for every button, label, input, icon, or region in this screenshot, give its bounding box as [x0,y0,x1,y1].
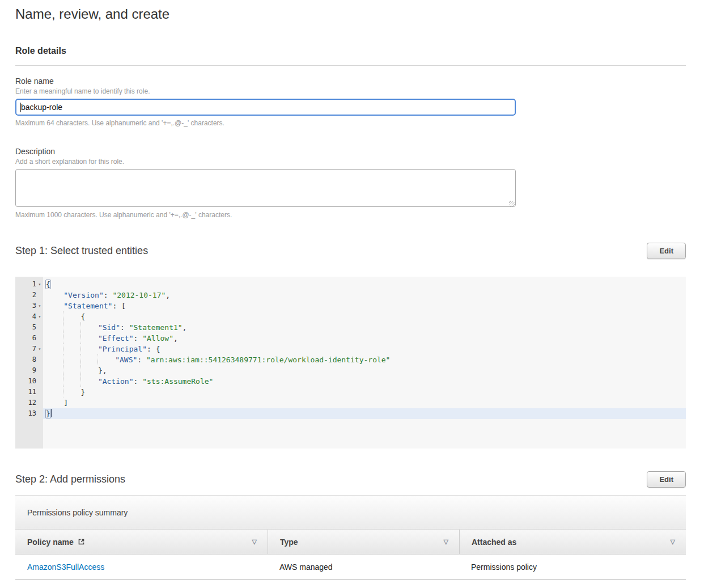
json-punctuation: : [134,377,143,386]
description-help: Add a short explanation for this role. [15,158,686,166]
json-punctuation: , [166,291,170,299]
code-line[interactable]: "Action": "sts:AssumeRole" [43,376,686,387]
external-link-icon [78,538,85,545]
indent-guide [46,344,63,354]
step2-edit-button[interactable]: Edit [647,471,686,488]
json-string: "sts:AssumeRole" [142,377,213,386]
editor-caret [51,409,52,417]
indent-guide [63,387,80,397]
line-number: 6 [32,333,36,344]
json-punctuation: }, [98,366,107,375]
line-number: 4 [32,311,36,322]
indent-guide [80,322,98,333]
indent-guide [63,322,80,333]
policy-name-link[interactable]: AmazonS3FullAccess [27,562,104,572]
indent-guide [80,344,98,354]
code-line[interactable]: { [43,279,686,290]
indent-guide [46,311,63,322]
json-key: "Statement" [63,302,112,310]
sort-icon[interactable]: ▽ [671,538,675,545]
json-key: "Version" [63,291,103,299]
json-punctuation: } [81,388,86,396]
role-details-heading: Role details [15,45,686,57]
line-number: 1 [32,279,36,290]
policy-name-cell: AmazonS3FullAccess [15,555,268,579]
indent-guide [46,376,63,387]
json-key: "Action" [98,377,134,386]
column-header-attached-as[interactable]: Attached as ▽ [459,530,686,554]
line-number: 3 [32,301,36,311]
json-punctuation: : [134,334,143,342]
line-number: 9 [32,365,36,376]
code-line[interactable]: ] [43,397,686,408]
permissions-summary-title: Permissions policy summary [27,508,128,517]
indent-guide [63,344,80,354]
json-punctuation: : [120,323,129,332]
indent-guide [63,365,80,376]
gutter-line: 7▾ [15,344,43,354]
gutter-line: 13 [15,408,43,419]
code-line[interactable]: "AWS": "arn:aws:iam::541263489771:role/w… [43,354,686,365]
step2-header-row: Step 2: Add permissions Edit [15,471,686,488]
code-line[interactable]: } [43,387,686,397]
json-punctuation: , [173,334,178,342]
code-line[interactable]: "Version": "2012-10-17", [43,290,686,301]
json-key: "AWS" [115,356,137,364]
description-textarea[interactable] [15,169,516,207]
column-header-type[interactable]: Type ▽ [268,530,459,554]
code-line[interactable]: }, [43,365,686,376]
step1-header-row: Step 1: Select trusted entities Edit [15,243,686,259]
page-container: Name, review, and create Role details Ro… [0,5,704,588]
gutter-line: 12 [15,397,43,408]
indent-guide [46,301,63,311]
sort-icon[interactable]: ▽ [444,538,448,545]
indent-guide [46,365,63,376]
indent-guide [46,387,63,397]
code-line[interactable]: "Statement": [ [43,301,686,311]
role-name-input[interactable]: backup-role [15,99,516,116]
resize-handle-icon[interactable] [509,201,515,206]
fold-toggle-icon[interactable]: ▾ [36,311,43,322]
fold-toggle-icon[interactable]: ▾ [36,344,43,354]
code-line[interactable]: } [43,408,686,419]
attached-as-cell: Permissions policy [459,555,686,579]
gutter-line: 11 [15,387,43,397]
json-punctuation: ] [63,399,68,407]
step2-title: Step 2: Add permissions [15,473,125,485]
step1-edit-button[interactable]: Edit [647,243,686,259]
code-line[interactable]: "Sid": "Statement1", [43,322,686,333]
description-label: Description [15,147,686,156]
indent-guide [80,365,98,376]
line-number: 10 [28,376,36,387]
gutter-line: 4▾ [15,311,43,322]
role-name-label: Role name [15,77,686,86]
json-string: "arn:aws:iam::541263489771:role/workload… [146,356,390,364]
page-title: Name, review, and create [15,5,686,24]
line-number: 12 [28,397,36,408]
indent-guide [97,354,115,365]
line-number: 11 [28,387,36,397]
role-name-constraint: Maximum 64 characters. Use alphanumeric … [15,119,686,127]
gutter-line: 8 [15,354,43,365]
sort-icon[interactable]: ▽ [252,538,257,545]
role-details-divider [15,65,686,66]
gutter-line: 2 [15,290,43,301]
trust-policy-editor[interactable]: 1▾23▾4▾567▾8910111213 {"Version": "2012-… [15,277,686,449]
line-number: 2 [32,290,36,301]
code-line[interactable]: "Effect": "Allow", [43,333,686,344]
editor-code-area[interactable]: {"Version": "2012-10-17","Statement": [{… [43,277,686,449]
json-string: "Allow" [142,334,173,342]
fold-toggle-icon[interactable]: ▾ [36,279,43,290]
json-punctuation: { [81,312,86,321]
code-line[interactable]: "Principal": { [43,344,686,354]
role-name-help: Enter a meaningful name to identify this… [15,87,686,95]
gutter-line: 1▾ [15,279,43,290]
gutter-line: 10 [15,376,43,387]
permissions-panel: Permissions policy summary Policy name ▽… [15,495,686,580]
json-key: "Sid" [98,323,120,332]
fold-toggle-icon[interactable]: ▾ [36,301,43,311]
column-header-policy-name[interactable]: Policy name ▽ [15,530,268,554]
json-punctuation: : [ [112,302,125,310]
json-punctuation: : [104,291,113,299]
code-line[interactable]: { [43,311,686,322]
